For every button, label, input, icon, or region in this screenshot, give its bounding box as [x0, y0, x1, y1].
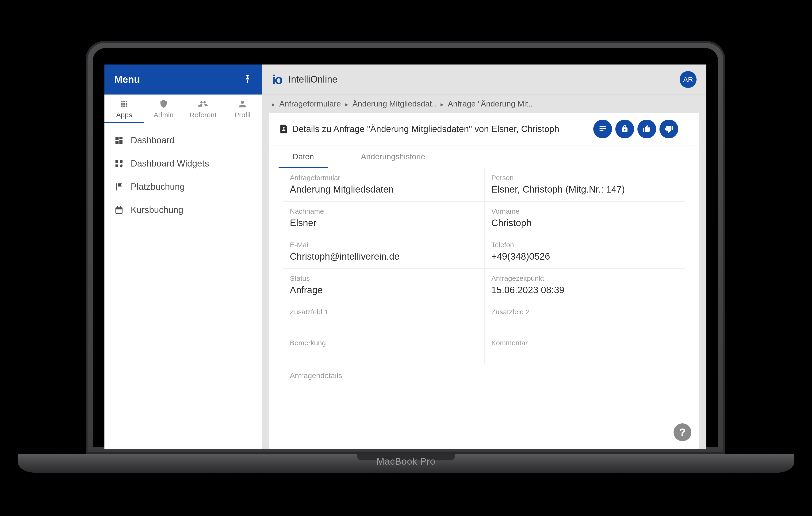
card-header: Details zu Anfrage "Änderung Mitgliedsda… [269, 113, 699, 145]
topbar: io IntelliOnline AR [262, 64, 706, 94]
laptop-frame: Menu Apps [86, 41, 725, 454]
field-label: Anfragezeitpunkt [491, 274, 679, 282]
field-label: Status [290, 274, 478, 282]
tab-daten[interactable]: Daten [283, 145, 323, 168]
apps-icon [119, 99, 129, 109]
lock-user-icon [620, 124, 630, 134]
form-row: Bemerkung Kommentar [283, 333, 685, 364]
widgets-icon [114, 159, 124, 169]
approve-button[interactable] [637, 120, 656, 139]
field-label: Person [491, 174, 679, 182]
field-label: E-Mail [290, 241, 478, 249]
thumbs-up-icon [642, 124, 651, 134]
field-label: Zusatzfeld 2 [491, 308, 679, 316]
dashboard-icon [114, 136, 124, 145]
breadcrumb-item[interactable]: Anfrageformulare [279, 99, 341, 109]
sidebar-tab-label: Admin [153, 111, 173, 119]
laptop-label: MacBook Pro [376, 456, 435, 467]
breadcrumb-item[interactable]: Anfrage "Änderung Mit.. [448, 99, 533, 109]
sidebar-tab-referent[interactable]: Referent [183, 94, 223, 123]
field-kommentar: Kommentar [484, 333, 686, 364]
detail-form: Anfrageformular Änderung Mitgliedsdaten … [269, 168, 699, 449]
sidebar: Menu Apps [105, 64, 262, 449]
nav-kursbuchung[interactable]: Kursbuchung [105, 199, 262, 222]
sidebar-tabs: Apps Admin Referent [105, 94, 262, 123]
breadcrumb-sep [272, 99, 275, 109]
field-nachname: Nachname Elsner [283, 202, 484, 235]
field-label: Bemerkung [290, 339, 478, 347]
field-value: Anfrage [290, 285, 478, 295]
field-zusatz1: Zusatzfeld 1 [283, 302, 484, 333]
shield-icon [159, 99, 168, 109]
people-icon [198, 99, 208, 109]
notes-button[interactable] [593, 120, 612, 139]
form-row: E-Mail Christoph@intelliverein.de Telefo… [283, 235, 685, 269]
notes-icon [598, 124, 607, 134]
nav-dashboard[interactable]: Dashboard [105, 129, 262, 152]
field-telefon: Telefon +49(348)0526 [484, 235, 686, 268]
nav-label: Dashboard [131, 135, 174, 145]
nav-label: Kursbuchung [131, 205, 183, 215]
sidebar-tab-label: Profil [234, 111, 251, 119]
laptop-base: MacBook Pro [18, 454, 794, 473]
sidebar-tab-apps[interactable]: Apps [105, 94, 144, 123]
field-value: 15.06.2023 08:39 [491, 285, 679, 295]
person-icon [238, 99, 247, 109]
field-label: Telefon [491, 241, 679, 249]
app-screen: Menu Apps [105, 64, 706, 449]
field-value: +49(348)0526 [491, 251, 679, 262]
field-value: Christoph [491, 218, 679, 228]
field-label: Anfrageformular [290, 174, 478, 182]
nav-dashboard-widgets[interactable]: Dashboard Widgets [105, 152, 262, 175]
field-value: Elsner, Christoph (Mitg.Nr.: 147) [491, 184, 679, 195]
breadcrumb-sep [345, 99, 348, 109]
calendar-icon [114, 206, 124, 215]
avatar[interactable]: AR [679, 71, 697, 88]
thumbs-down-icon [664, 124, 673, 134]
form-row: Anfrageformular Änderung Mitgliedsdaten … [283, 168, 685, 202]
detail-tabs: Daten Änderungshistorie [269, 145, 699, 168]
form-row: Zusatzfeld 1 Zusatzfeld 2 [283, 302, 685, 333]
form-row: Status Anfrage Anfragezeitpunkt 15.06.20… [283, 269, 685, 302]
lock-user-button[interactable] [615, 120, 634, 139]
pin-icon[interactable] [243, 74, 252, 85]
field-value: Christoph@intelliverein.de [290, 251, 478, 262]
document-icon [279, 124, 289, 134]
field-status: Status Anfrage [283, 269, 484, 302]
app-name: IntelliOnline [288, 74, 338, 85]
field-label: Nachname [290, 207, 478, 215]
field-label: Kommentar [491, 339, 679, 347]
flag-icon [114, 182, 124, 192]
field-label: Zusatzfeld 1 [290, 308, 478, 316]
help-button[interactable]: ? [673, 423, 691, 441]
sidebar-tab-admin[interactable]: Admin [144, 94, 183, 123]
field-person: Person Elsner, Christoph (Mitg.Nr.: 147) [484, 168, 686, 201]
field-bemerkung: Bemerkung [283, 333, 484, 364]
field-zusatz2: Zusatzfeld 2 [484, 302, 686, 333]
active-tab-underline [105, 122, 144, 123]
sidebar-nav: Dashboard Dashboard Widgets Platzbuchung… [105, 123, 262, 227]
sidebar-tab-label: Apps [116, 111, 132, 119]
reject-button[interactable] [660, 120, 678, 139]
breadcrumb-item[interactable]: Änderung Mitgliedsdat.. [352, 99, 436, 109]
field-vorname: Vorname Christoph [484, 202, 686, 235]
nav-label: Dashboard Widgets [131, 158, 209, 169]
sidebar-title: Menu [114, 74, 140, 85]
field-value: Elsner [290, 218, 478, 228]
field-email: E-Mail Christoph@intelliverein.de [283, 235, 484, 268]
nav-platzbuchung[interactable]: Platzbuchung [105, 175, 262, 199]
main: io IntelliOnline AR Anfrageformulare Änd… [262, 64, 706, 449]
detail-card: Details zu Anfrage "Änderung Mitgliedsda… [269, 113, 699, 449]
form-row: Nachname Elsner Vorname Christoph [283, 202, 685, 235]
sidebar-tab-profil[interactable]: Profil [223, 94, 262, 123]
card-title: Details zu Anfrage "Änderung Mitgliedsda… [292, 124, 559, 134]
card-actions [593, 120, 678, 139]
app-logo: io [272, 72, 282, 87]
field-value: Änderung Mitgliedsdaten [290, 184, 478, 195]
field-anfragezeitpunkt: Anfragezeitpunkt 15.06.2023 08:39 [484, 269, 686, 302]
breadcrumb-sep [440, 99, 443, 109]
section-anfragendetails: Anfragendetails [283, 364, 685, 387]
sidebar-header: Menu [105, 64, 262, 94]
breadcrumb: Anfrageformulare Änderung Mitgliedsdat..… [262, 94, 706, 113]
tab-aenderungshistorie[interactable]: Änderungshistorie [352, 145, 435, 168]
